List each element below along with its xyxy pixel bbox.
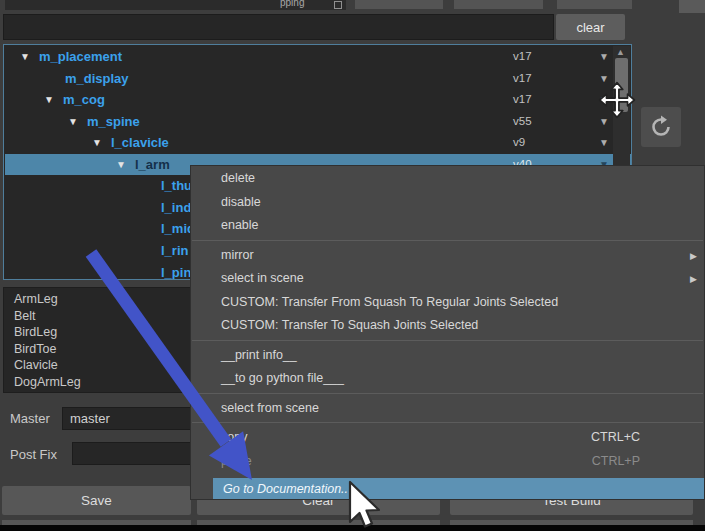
menu-item[interactable]: enable (191, 214, 704, 238)
expand-arrow-icon[interactable]: ▼ (68, 111, 78, 133)
list-item[interactable]: Clavicle (14, 357, 195, 374)
version-label: v55 (513, 111, 532, 133)
refresh-button[interactable] (641, 107, 681, 147)
master-label: Master (10, 411, 50, 426)
menu-item-label: paste (221, 454, 252, 468)
menu-separator (192, 393, 703, 394)
submenu-arrow-icon: ▶ (690, 245, 697, 269)
menu-item-label: select in scene (221, 271, 304, 285)
expand-arrow-icon[interactable]: ▼ (92, 132, 102, 154)
menu-item-label: CUSTOM: Transfer To Squash Joints Select… (221, 318, 478, 332)
menu-item[interactable]: disable (191, 191, 704, 215)
version-label: v17 (513, 46, 532, 68)
tree-row-label: l_thu (161, 175, 192, 197)
menu-item-label: __to go python file___ (221, 371, 344, 385)
tree-row-label: l_pin (161, 262, 191, 281)
tree-row[interactable]: m_displayv17▼ (5, 68, 632, 90)
list-item[interactable]: DogArmLeg (14, 374, 195, 391)
partial-button[interactable] (454, 0, 543, 9)
submenu-arrow-icon: ▶ (690, 268, 697, 292)
version-label: v17 (513, 89, 532, 111)
postfix-label: Post Fix (10, 447, 57, 462)
menu-item[interactable]: __print info__ (191, 344, 704, 368)
rig-tool-window: pping clear ▼m_placementv17▼m_displayv17… (0, 0, 705, 531)
tree-row-label: m_display (65, 68, 129, 90)
scroll-up-icon[interactable]: ▲ (616, 47, 625, 57)
list-item[interactable]: BirdToe (14, 341, 195, 358)
menu-item-label: enable (221, 218, 259, 232)
version-dropdown-icon[interactable]: ▼ (599, 46, 609, 68)
partial-button[interactable] (557, 0, 632, 9)
tree-row-label: l_clavicle (111, 132, 169, 154)
menu-item[interactable]: mirror▶ (191, 244, 704, 268)
bottom-bar (0, 525, 705, 531)
cropped-label-fragment: pping (280, 0, 304, 8)
menu-item: pasteCTRL+P (191, 450, 704, 474)
menu-item-label: mirror (221, 248, 254, 262)
refresh-icon (649, 115, 673, 139)
tree-row[interactable]: ▼l_claviclev9▼ (5, 132, 632, 154)
move-cursor-icon (598, 81, 636, 119)
list-item[interactable]: Belt (14, 308, 195, 325)
menu-item[interactable]: copyCTRL+C (191, 426, 704, 450)
tree-row-label: m_placement (39, 46, 122, 68)
menu-separator (192, 422, 703, 423)
tree-row-label: l_rin (161, 240, 188, 262)
list-item[interactable]: BirdLeg (14, 324, 195, 341)
menu-item-label: __print info__ (221, 348, 297, 362)
menu-item-label: disable (221, 195, 261, 209)
menu-item-shortcut: CTRL+C (591, 426, 640, 450)
menu-item[interactable]: CUSTOM: Transfer To Squash Joints Select… (191, 314, 704, 338)
menu-item-shortcut: CTRL+P (592, 450, 640, 474)
partial-button[interactable] (679, 0, 705, 13)
menu-item-label: CUSTOM: Transfer From Squash To Regular … (221, 295, 558, 309)
menu-item[interactable]: Go to Documentation.. (213, 478, 704, 500)
version-dropdown-icon[interactable]: ▼ (599, 132, 609, 154)
save-button[interactable]: Save (2, 486, 191, 515)
menu-item-label: select from scene (221, 401, 319, 415)
menu-item[interactable]: select from scene (191, 397, 704, 421)
context-menu: deletedisableenablemirror▶select in scen… (190, 165, 705, 500)
version-label: v17 (513, 68, 532, 90)
menu-item[interactable]: __to go python file___ (191, 367, 704, 391)
partial-button[interactable] (355, 0, 443, 9)
modules-list[interactable]: ArmLegBeltBirdLegBirdToeClavicleDogArmLe… (3, 287, 196, 393)
cropped-checkbox[interactable] (334, 1, 342, 9)
menu-item[interactable]: delete (191, 167, 704, 191)
tree-row-label: m_spine (87, 111, 140, 133)
menu-separator (192, 340, 703, 341)
menu-item[interactable]: CUSTOM: Transfer From Squash To Regular … (191, 291, 704, 315)
tree-row[interactable]: ▼m_spinev55▼ (5, 111, 632, 133)
version-label: v9 (513, 132, 525, 154)
menu-item-label: Go to Documentation.. (223, 482, 348, 496)
list-item[interactable]: ArmLeg (14, 291, 195, 308)
menu-item-label: copy (221, 430, 247, 444)
menu-item[interactable]: select in scene▶ (191, 267, 704, 291)
tree-row[interactable]: ▼m_cogv17▼ (5, 89, 632, 111)
expand-arrow-icon[interactable]: ▼ (116, 154, 126, 176)
menu-item-label: delete (221, 171, 255, 185)
expand-arrow-icon[interactable]: ▼ (20, 46, 30, 68)
tree-row-label: m_cog (63, 89, 105, 111)
expand-arrow-icon[interactable]: ▼ (44, 89, 54, 111)
tree-row[interactable]: ▼m_placementv17▼ (5, 46, 632, 68)
menu-separator (192, 240, 703, 241)
search-input[interactable] (3, 14, 554, 40)
clear-search-button[interactable]: clear (556, 14, 625, 40)
tree-row-label: l_arm (135, 154, 170, 176)
tree-row-label: l_ind (161, 197, 191, 219)
